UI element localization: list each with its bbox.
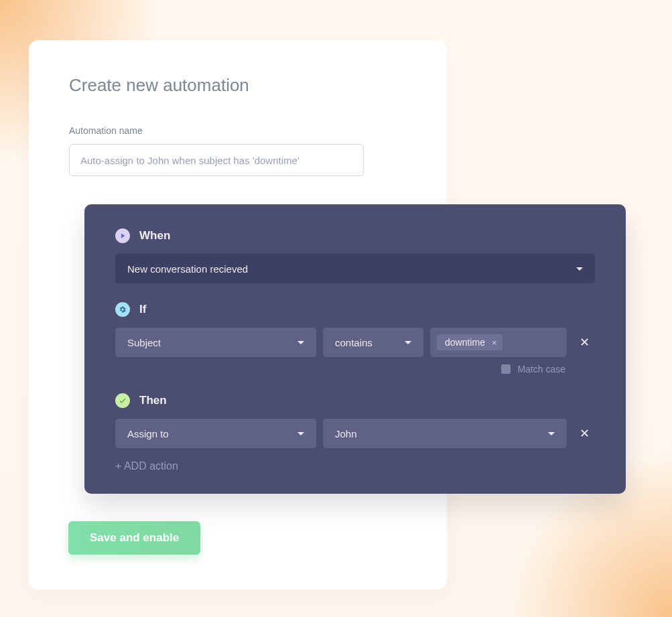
automation-name-input[interactable] <box>69 144 364 176</box>
match-case-label: Match case <box>517 364 565 374</box>
remove-condition-button[interactable]: ✕ <box>574 335 595 350</box>
if-field-select[interactable]: Subject <box>115 328 316 357</box>
add-action-button[interactable]: + ADD action <box>115 460 595 472</box>
then-target-value: John <box>335 428 357 439</box>
then-action-select[interactable]: Assign to <box>115 419 316 448</box>
rules-panel: When New conversation recieved If Subjec… <box>84 204 626 494</box>
if-value-tag: downtime × <box>437 334 502 350</box>
then-action-row: Assign to John ✕ <box>115 419 595 448</box>
if-values-input[interactable]: downtime × <box>430 328 567 357</box>
chevron-down-icon <box>576 267 583 271</box>
close-icon[interactable]: × <box>492 338 497 347</box>
page-title: Create new automation <box>69 75 407 96</box>
when-trigger-value: New conversation recieved <box>127 263 248 275</box>
when-header: When <box>115 228 595 243</box>
chevron-down-icon <box>405 341 411 344</box>
match-case-row: Match case <box>115 364 595 374</box>
match-case-checkbox[interactable] <box>501 364 511 374</box>
chevron-down-icon <box>297 432 304 435</box>
then-action-value: Assign to <box>127 428 169 439</box>
then-header: Then <box>115 393 595 408</box>
chevron-down-icon <box>548 432 555 435</box>
if-field-value: Subject <box>127 337 161 348</box>
check-icon <box>115 393 130 408</box>
save-enable-button[interactable]: Save and enable <box>68 521 200 555</box>
chevron-down-icon <box>297 341 304 344</box>
if-label: If <box>139 303 146 316</box>
if-value-text: downtime <box>445 337 485 348</box>
gear-icon <box>115 302 130 317</box>
name-field-label: Automation name <box>69 125 407 136</box>
when-label: When <box>139 229 170 243</box>
if-operator-select[interactable]: contains <box>323 328 423 357</box>
play-icon <box>115 228 130 243</box>
if-operator-value: contains <box>335 337 373 348</box>
then-label: Then <box>139 394 167 407</box>
if-header: If <box>115 302 595 317</box>
when-trigger-select[interactable]: New conversation recieved <box>115 254 595 283</box>
then-target-select[interactable]: John <box>323 419 567 448</box>
remove-action-button[interactable]: ✕ <box>574 426 595 441</box>
if-condition-row: Subject contains downtime × ✕ <box>115 328 595 357</box>
